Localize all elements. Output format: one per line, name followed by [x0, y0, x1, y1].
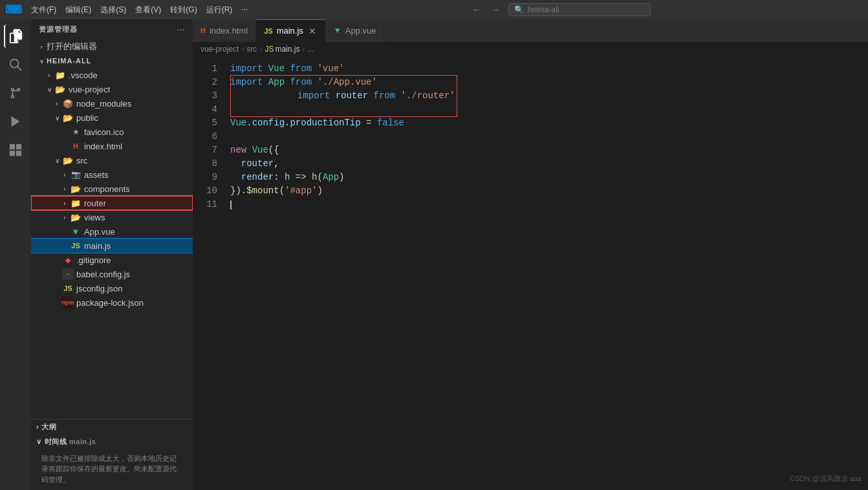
- explorer-icon[interactable]: [4, 25, 27, 48]
- sidebar-item-views[interactable]: › 📂 views: [31, 210, 193, 224]
- sidebar-item-jsconfig[interactable]: › JS jsconfig.json: [31, 281, 193, 295]
- code-line-3: import router from './router': [230, 89, 868, 103]
- components-icon: 📂: [70, 183, 81, 195]
- timeline-section-header[interactable]: ∨ 时间线 main.js: [31, 434, 193, 449]
- breadcrumb-main-js[interactable]: main.js: [275, 45, 299, 54]
- components-chevron: ›: [60, 184, 70, 194]
- public-chevron: ∨: [52, 112, 62, 123]
- search-input[interactable]: [528, 5, 631, 14]
- sidebar-item-favicon[interactable]: › ★ favicon.ico: [31, 125, 193, 139]
- src-label: src: [76, 156, 87, 165]
- router-chevron: ›: [60, 198, 70, 208]
- svg-point-2: [12, 96, 14, 98]
- favicon-icon: ★: [70, 126, 81, 138]
- package-lock-icon: npm: [62, 297, 74, 308]
- babel-icon: ···: [62, 268, 74, 280]
- breadcrumb-sep-1: ›: [241, 45, 244, 54]
- menu-bar: 文件(F)编辑(E)选择(S)查看(V)转到(G)运行(R)···: [27, 3, 252, 17]
- vscode-label: .vscode: [69, 70, 98, 80]
- root-folder[interactable]: ∨ HEIMA-ALL: [31, 54, 193, 68]
- timeline-label: 时间线: [45, 437, 67, 447]
- assets-label: assets: [84, 170, 109, 180]
- git-activity-icon[interactable]: [4, 81, 27, 105]
- sidebar-item-components[interactable]: › 📂 components: [31, 182, 193, 196]
- views-chevron: ›: [60, 212, 70, 222]
- sidebar-item-gitignore[interactable]: › ◆ .gitignore: [31, 253, 193, 267]
- outline-section-header[interactable]: › 大纲: [31, 420, 193, 434]
- svg-marker-6: [12, 116, 20, 127]
- svg-rect-8: [16, 144, 21, 149]
- sidebar-item-assets[interactable]: › 📷 assets: [31, 167, 193, 182]
- code-line-1: import Vue from 'vue': [230, 62, 868, 76]
- nav-back[interactable]: ←: [470, 3, 484, 16]
- sidebar-more-button[interactable]: ···: [177, 26, 185, 34]
- search-activity-icon[interactable]: [4, 53, 27, 76]
- sidebar-item-public[interactable]: ∨ 📂 public: [31, 111, 193, 125]
- assets-icon: 📷: [70, 169, 81, 180]
- tab-main-js[interactable]: JS main.js ✕: [256, 19, 326, 42]
- folder-open-icon: 📂: [54, 83, 66, 95]
- git-icon: ◆: [62, 254, 74, 266]
- sidebar-item-package-lock[interactable]: › npm package-lock.json: [31, 295, 193, 310]
- public-label: public: [76, 113, 98, 123]
- sidebar-item-index-html[interactable]: › H index.html: [31, 139, 193, 153]
- tab-js-icon: JS: [264, 27, 272, 35]
- open-editors-section[interactable]: › 打开的编辑器: [31, 39, 193, 54]
- router-folder-icon: 📁: [70, 197, 81, 209]
- sidebar-item-node-modules[interactable]: › 📦 node_modules: [31, 96, 193, 111]
- app-logo: ⌨: [5, 3, 22, 17]
- svg-point-0: [10, 59, 19, 68]
- breadcrumb-vue-project[interactable]: vue-project: [201, 45, 239, 54]
- tab-vue-icon: ▼: [334, 26, 342, 35]
- sidebar-title: 资源管理器: [39, 25, 78, 34]
- tab-close-button[interactable]: ✕: [307, 26, 318, 36]
- menu-item[interactable]: 文件(F): [27, 3, 60, 17]
- tab-app-vue[interactable]: ▼ App.vue: [326, 19, 385, 42]
- sidebar-item-router[interactable]: › 📁 router: [31, 196, 193, 210]
- menu-item[interactable]: 运行(R): [202, 3, 237, 17]
- nav-controls: ← →: [470, 3, 503, 16]
- jsconfig-icon: JS: [62, 282, 74, 294]
- menu-item[interactable]: ···: [237, 3, 252, 17]
- html-file-icon: H: [70, 140, 81, 152]
- sidebar-item-src[interactable]: ∨ 📂 src: [31, 153, 193, 167]
- timeline-file: main.js: [69, 438, 96, 445]
- global-search[interactable]: 🔍: [508, 3, 651, 16]
- components-label: components: [84, 184, 130, 194]
- editor-area: H index.html JS main.js ✕ ▼ App.vue vue-…: [193, 19, 868, 490]
- code-editor: 1 2 3 4 5 6 7 8 9 10 11 import Vue from …: [193, 57, 868, 490]
- src-folder-icon: 📂: [62, 154, 74, 166]
- breadcrumb-dots[interactable]: ...: [307, 45, 314, 54]
- activity-bar: [0, 19, 31, 490]
- vue-project-chevron: ∨: [44, 84, 54, 94]
- code-line-10: }).$mount('#app'): [230, 184, 868, 198]
- code-line-8: router,: [230, 157, 868, 171]
- node-modules-icon: 📦: [62, 98, 74, 109]
- extensions-activity-icon[interactable]: [4, 138, 27, 162]
- code-content[interactable]: import Vue from 'vue' import App from '.…: [225, 57, 868, 490]
- main-layout: 资源管理器 ··· › 打开的编辑器 ∨ HEIMA-ALL › 📁 .vsco…: [0, 19, 868, 490]
- file-explorer: › 打开的编辑器 ∨ HEIMA-ALL › 📁 .vscode ∨ 📂 vue…: [31, 39, 193, 419]
- menu-item[interactable]: 编辑(E): [61, 3, 95, 17]
- tabs-bar: H index.html JS main.js ✕ ▼ App.vue: [193, 19, 868, 42]
- breadcrumb-sep-3: ›: [302, 45, 305, 54]
- tab-index-html[interactable]: H index.html: [193, 19, 256, 42]
- sidebar-item-vscode[interactable]: › 📁 .vscode: [31, 68, 193, 82]
- menu-item[interactable]: 转到(G): [166, 3, 201, 17]
- vue-project-label: vue-project: [69, 85, 110, 94]
- index-html-label: index.html: [84, 142, 122, 151]
- sidebar-item-vue-project[interactable]: ∨ 📂 vue-project: [31, 82, 193, 96]
- open-editors-label: 打开的编辑器: [47, 41, 97, 52]
- timeline-description: 除非文件已被排除或太大，否则本地历史记录将跟踪你保存的最新更改。尚未配置源代码管…: [31, 449, 193, 491]
- nav-forward[interactable]: →: [489, 3, 503, 16]
- menu-item[interactable]: 选择(S): [96, 3, 130, 17]
- sidebar-item-main-js[interactable]: › JS main.js: [31, 239, 193, 253]
- breadcrumb-src[interactable]: src: [246, 45, 257, 54]
- menu-item[interactable]: 查看(V): [131, 3, 165, 17]
- sidebar-item-app-vue[interactable]: › ▼ App.vue: [31, 224, 193, 239]
- sidebar-item-babel[interactable]: › ··· babel.config.js: [31, 267, 193, 281]
- code-line-6: [230, 130, 868, 144]
- node-modules-chevron: ›: [52, 98, 62, 109]
- watermark: CSDN @清风微凉 aaa: [790, 474, 862, 484]
- run-activity-icon[interactable]: [4, 110, 27, 133]
